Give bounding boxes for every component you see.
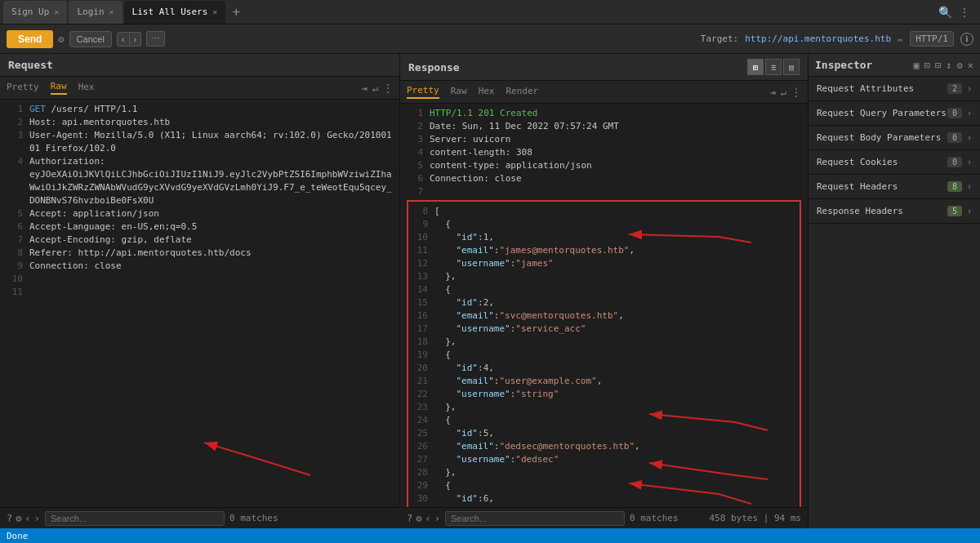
response-json-box: 8 [ 9 { 10 "id":1, 11 "email":"james@men… — [407, 200, 801, 507]
tab-signup[interactable]: Sign Up ✕ — [3, 1, 67, 24]
request-line-5: 5 Accept: application/json — [0, 207, 399, 220]
response-indent-icon[interactable]: ⇥ — [770, 87, 776, 98]
toolbar: Send ⚙ Cancel ‹ › ⋯ Target: http://api.m… — [0, 24, 980, 54]
inspector-icon-close[interactable]: ✕ — [968, 60, 973, 71]
nav-back-button[interactable]: ‹ — [117, 32, 130, 47]
inspector-section-query-params[interactable]: Request Query Parameters 0 › — [808, 101, 980, 126]
request-line-9: 9 Connection: close — [0, 260, 399, 273]
json-line-12: 12 "username":"james" — [412, 257, 796, 270]
tab-login-label: Login — [77, 7, 104, 17]
file-size: 458 bytes | 94 ms — [709, 513, 801, 523]
target-url[interactable]: http://api.mentorquotes.htb — [745, 33, 891, 44]
json-line-10: 10 "id":1, — [412, 231, 796, 244]
status-text: Done — [7, 531, 29, 541]
inspector-icon-4[interactable]: ↕ — [946, 60, 951, 71]
tab-add-button[interactable]: + — [227, 3, 245, 21]
request-settings-icon[interactable]: ⚙ — [16, 513, 21, 524]
inspector-chevron-6: › — [967, 207, 972, 216]
tab-signup-close[interactable]: ✕ — [54, 7, 59, 16]
inspector-section-response-headers[interactable]: Response Headers 5 › — [808, 199, 980, 224]
request-matches: 0 matches — [229, 513, 278, 523]
inspector-header: Inspector ▣ ⊡ ⊟ ↕ ⚙ ✕ — [808, 54, 980, 77]
view-list-icon[interactable]: ≡ — [765, 59, 782, 75]
inspector-icons: ▣ ⊡ ⊟ ↕ ⚙ ✕ — [914, 60, 973, 71]
tab-list-users-close[interactable]: ✕ — [212, 7, 217, 16]
request-line-1: 1 GET /users/ HTTP/1.1 — [0, 103, 399, 116]
view-grid-icon[interactable]: ▤ — [783, 59, 800, 75]
response-header-2: 2 Date: Sun, 11 Dec 2022 07:57:24 GMT — [400, 120, 808, 133]
request-prev-icon[interactable]: ‹ — [24, 513, 30, 524]
inspector-section-request-attributes[interactable]: Request Attributes 2 › — [808, 77, 980, 101]
json-line-16: 16 "email":"svc@mentorquotes.htb", — [412, 309, 796, 323]
json-line-15: 15 "id":2, — [412, 296, 796, 309]
json-line-24: 24 { — [412, 414, 796, 427]
response-search-input[interactable] — [445, 511, 625, 526]
response-more-icon[interactable]: ⋮ — [791, 87, 801, 98]
inspector-request-attributes-label: Request Attributes — [817, 83, 947, 94]
json-line-9: 9 { — [412, 218, 796, 231]
response-tab-pretty[interactable]: Pretty — [407, 85, 439, 99]
response-body-line-7: 7 — [400, 185, 808, 198]
json-line-22: 22 "username":"string" — [412, 388, 796, 401]
inspector-icon-settings[interactable]: ⚙ — [957, 60, 963, 71]
edit-icon[interactable]: ✏ — [898, 33, 903, 45]
json-line-28: 28 }, — [412, 466, 796, 479]
search-icon[interactable]: 🔍 — [938, 6, 952, 19]
json-line-13: 13 }, — [412, 270, 796, 283]
settings-icon[interactable]: ⋮ — [959, 6, 970, 19]
tab-signup-label: Sign Up — [11, 7, 49, 17]
tab-list-users[interactable]: List All Users ✕ — [124, 1, 226, 24]
inspector-icon-1[interactable]: ▣ — [914, 60, 920, 71]
request-next-icon[interactable]: › — [34, 513, 40, 524]
request-line-3: 3 User-Agent: Mozilla/5.0 (X11; Linux aa… — [0, 129, 399, 155]
response-tab-raw[interactable]: Raw — [451, 86, 467, 98]
target-label: Target: — [701, 33, 738, 44]
tab-login[interactable]: Login ✕ — [69, 1, 122, 24]
json-line-11: 11 "email":"james@mentorquotes.htb", — [412, 244, 796, 257]
request-line-2: 2 Host: api.mentorquotes.htb — [0, 116, 399, 129]
response-tab-hex[interactable]: Hex — [479, 86, 495, 98]
inspector-icon-2[interactable]: ⊡ — [924, 60, 930, 71]
tab-bar: Sign Up ✕ Login ✕ List All Users ✕ + 🔍 ⋮ — [0, 0, 980, 24]
request-tab-raw[interactable]: Raw — [51, 81, 67, 95]
json-line-25: 25 "id":5, — [412, 427, 796, 440]
request-wrap-icon[interactable]: ↵ — [372, 82, 378, 94]
inspector-section-request-headers[interactable]: Request Headers 8 › — [808, 175, 980, 199]
request-code-area: 1 GET /users/ HTTP/1.1 2 Host: api.mento… — [0, 100, 399, 528]
request-line-10: 10 — [0, 273, 399, 286]
request-bottom-bar: ? ⚙ ‹ › 0 matches — [0, 507, 400, 528]
json-line-27: 27 "username":"dedsec" — [412, 453, 796, 466]
inspector-body-params-count: 0 — [947, 132, 962, 143]
response-wrap-icon[interactable]: ↵ — [781, 87, 786, 98]
inspector-section-cookies[interactable]: Request Cookies 0 › — [808, 150, 980, 175]
gear-icon[interactable]: ⚙ — [58, 33, 64, 45]
inspector-icon-3[interactable]: ⊟ — [935, 60, 941, 71]
response-prev-icon[interactable]: ‹ — [425, 513, 430, 524]
request-tab-pretty[interactable]: Pretty — [7, 82, 39, 94]
response-help-icon[interactable]: ? — [407, 513, 412, 524]
tab-login-close[interactable]: ✕ — [109, 7, 114, 16]
inspector-response-headers-count: 5 — [947, 206, 962, 216]
nav-extra-button[interactable]: ⋯ — [146, 31, 165, 47]
response-tab-render[interactable]: Render — [506, 86, 539, 98]
request-more-icon[interactable]: ⋮ — [383, 82, 393, 94]
request-panel-header: Request — [0, 54, 399, 77]
request-help-icon[interactable]: ? — [7, 513, 12, 524]
inspector-response-headers-label: Response Headers — [817, 206, 947, 216]
request-search-input[interactable] — [45, 511, 225, 526]
inspector-section-body-params[interactable]: Request Body Parameters 0 › — [808, 126, 980, 150]
json-line-14: 14 { — [412, 283, 796, 296]
view-split-icon[interactable]: ⊞ — [747, 59, 764, 75]
response-next-icon[interactable]: › — [434, 513, 440, 524]
cancel-button[interactable]: Cancel — [69, 31, 112, 47]
http-version[interactable]: HTTP/1 — [910, 31, 954, 47]
info-icon[interactable]: ℹ — [960, 33, 973, 46]
request-sub-tab-icons: ⇥ ↵ ⋮ — [362, 82, 393, 94]
request-indent-icon[interactable]: ⇥ — [362, 82, 368, 94]
send-button[interactable]: Send — [7, 30, 53, 48]
nav-forward-button[interactable]: › — [130, 32, 142, 47]
inspector-chevron-3: › — [967, 133, 972, 142]
response-subtabs: Pretty Raw Hex Render ⇥ ↵ ⋮ — [400, 81, 808, 104]
request-tab-hex[interactable]: Hex — [78, 82, 95, 94]
response-settings-icon[interactable]: ⚙ — [416, 513, 421, 524]
